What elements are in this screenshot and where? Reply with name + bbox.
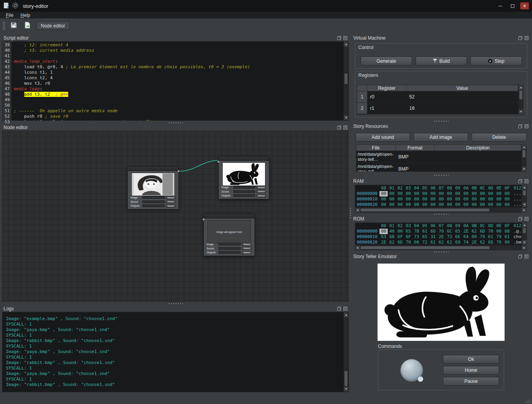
hex-byte[interactable]: 00 (454, 202, 462, 207)
close-dock-icon[interactable] (343, 307, 347, 311)
node-select-button[interactable]: Select (166, 200, 176, 203)
hex-byte[interactable]: 00 (421, 197, 429, 202)
register-name-cell[interactable]: r1 (367, 103, 407, 114)
node-select-button[interactable]: Select (256, 190, 266, 193)
hex-byte[interactable]: 00 (379, 229, 388, 234)
hex-byte[interactable]: 79 (478, 234, 487, 240)
minimize-button[interactable] (496, 2, 505, 9)
hex-byte[interactable]: 00 (495, 191, 503, 197)
resource-format-cell[interactable]: BMP (396, 163, 435, 172)
hex-byte[interactable]: 00 (388, 202, 396, 207)
resource-format-cell[interactable]: BMP (396, 151, 435, 163)
hex-byte[interactable]: 70 (487, 229, 495, 234)
home-button[interactable]: Home (443, 366, 499, 375)
delete-button[interactable]: Delete (472, 133, 527, 142)
hex-byte[interactable]: 00 (396, 191, 404, 197)
node-title-bar[interactable] (219, 157, 269, 161)
hex-byte[interactable]: 00 (445, 191, 454, 197)
hex-byte[interactable]: 00 (412, 240, 421, 245)
ram-hex-view[interactable]: 000102030405060708090A0B0C0D0E0F01234567… (355, 185, 522, 207)
hex-byte[interactable]: 6D (478, 229, 487, 234)
hex-byte[interactable]: 6E (454, 234, 462, 240)
vm-dock-title[interactable]: Virtual Machine (352, 35, 530, 41)
emulator-dock-title[interactable]: Story Teller Emulator (352, 253, 530, 260)
hex-byte[interactable]: 62 (478, 240, 487, 245)
hex-byte[interactable]: 61 (429, 240, 437, 245)
scrollbar-thumb[interactable] (360, 208, 490, 212)
rom-hscrollbar[interactable] (355, 245, 527, 250)
hex-byte[interactable]: 00 (462, 202, 470, 207)
hex-byte[interactable]: 00 (396, 229, 404, 234)
close-dock-icon[interactable] (525, 124, 528, 128)
hex-byte[interactable]: 61 (487, 234, 495, 240)
node-title-bar[interactable] (204, 214, 254, 218)
hex-byte[interactable]: 00 (495, 202, 503, 207)
scroll-down-arrow[interactable] (522, 167, 526, 171)
node-row-field[interactable] (142, 200, 165, 203)
pause-button[interactable]: Pause (443, 377, 499, 386)
float-dock-icon[interactable] (518, 255, 522, 258)
add-image-button[interactable]: Add image (414, 133, 468, 142)
toolbar-drag-handle[interactable] (3, 22, 5, 30)
hex-byte[interactable]: 00 (487, 202, 495, 207)
column-register[interactable]: Register (367, 85, 407, 91)
close-dock-icon[interactable] (525, 36, 528, 40)
scroll-left-arrow[interactable] (355, 208, 360, 212)
register-row[interactable]: 2r116 (357, 103, 518, 114)
hex-byte[interactable]: 74 (462, 240, 470, 245)
close-dock-icon[interactable] (343, 126, 347, 129)
splitter-script-node[interactable] (2, 121, 349, 124)
node-editor-toggle-button[interactable]: Node editor (36, 22, 70, 30)
hex-byte[interactable]: 6D (429, 229, 437, 234)
hex-byte[interactable]: 00 (454, 197, 462, 202)
node-select-button[interactable]: Select (256, 186, 266, 189)
scrollbar-thumb[interactable] (344, 73, 348, 84)
scroll-down-arrow[interactable] (344, 387, 348, 391)
resources-dock-title[interactable]: Story Resources (352, 123, 530, 129)
scroll-up-arrow[interactable] (519, 85, 523, 90)
resource-row[interactable]: /mnt/data/git/open-story-tell…BMP (356, 163, 521, 172)
close-dock-icon[interactable] (525, 179, 528, 183)
hex-byte[interactable]: 00 (404, 191, 412, 197)
code-area[interactable]: ; t2: increment 4 ; t3: current media ad… (11, 42, 343, 120)
rom-hex-view[interactable]: 000102030405060708090A0B0C0D0E0F01234567… (355, 222, 522, 245)
hex-byte[interactable]: 00 (470, 234, 478, 240)
logs-dock-title[interactable]: Logs (2, 305, 349, 312)
float-dock-icon[interactable] (337, 307, 341, 311)
hex-byte[interactable]: 72 (421, 240, 429, 245)
node-row-field[interactable] (142, 196, 165, 199)
hex-byte[interactable]: 78 (412, 229, 421, 234)
hex-byte[interactable]: 00 (445, 197, 454, 202)
node-media-3[interactable]: Image will appear here ImageSelectSoundS… (203, 214, 255, 256)
add-sound-button[interactable]: Add sound (356, 133, 410, 142)
hex-byte[interactable]: 00 (487, 197, 495, 202)
window-size-grip[interactable] (526, 399, 530, 404)
hex-byte[interactable]: 73 (445, 234, 454, 240)
hex-byte[interactable]: 00 (412, 197, 421, 202)
hex-byte[interactable]: 73 (412, 234, 421, 240)
generate-button[interactable]: Generate (361, 56, 412, 66)
hex-byte[interactable]: 00 (379, 202, 388, 207)
node-media-2[interactable]: ImageSelectSoundSelectOutputsSelect (218, 156, 269, 199)
scrollbar-thumb[interactable] (522, 150, 526, 158)
scroll-down-arrow[interactable] (344, 115, 348, 120)
hex-byte[interactable]: 00 (404, 202, 412, 207)
resource-file-cell[interactable]: /mnt/data/git/open-story-tell… (356, 151, 396, 163)
splitter-main-vertical[interactable] (349, 35, 352, 392)
splitter-resources-ram[interactable] (352, 174, 530, 177)
hex-byte[interactable]: 00 (478, 191, 487, 197)
hex-byte[interactable]: 79 (495, 234, 503, 240)
float-dock-icon[interactable] (518, 36, 522, 40)
logs-vscrollbar[interactable] (343, 312, 349, 392)
node-select-button[interactable]: Select (242, 247, 252, 250)
register-name-cell[interactable]: r0 (367, 91, 407, 102)
hex-byte[interactable]: 00 (445, 202, 454, 207)
float-dock-icon[interactable] (337, 126, 341, 129)
splitter-node-logs[interactable] (2, 302, 349, 305)
scroll-right-arrow[interactable] (522, 246, 527, 250)
scrollbar-thumb[interactable] (523, 228, 526, 233)
ram-dock-title[interactable]: RAM (352, 178, 530, 184)
logs-view[interactable]: Image: "example.bmp" , Sound: "choose1.s… (2, 312, 349, 392)
hex-byte[interactable]: 2E (437, 234, 445, 240)
column-file[interactable]: File (356, 145, 396, 151)
